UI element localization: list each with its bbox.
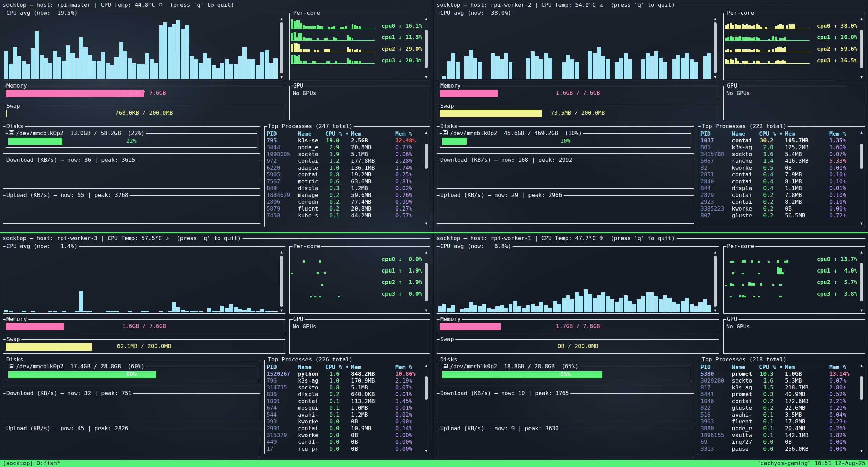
process-row[interactable]: 314735sockto0.85.1MB0.07% (267, 384, 422, 391)
process-row[interactable]: 795k3s-se19.02.5GB32.48% (267, 137, 422, 144)
scroll-down-icon[interactable]: ▼ (424, 309, 429, 313)
process-row[interactable]: 5905contai0.819.2MB0.25% (267, 171, 422, 178)
process-row[interactable]: 3385223kworke0.20B0.00% (700, 205, 857, 212)
scroll-down-icon[interactable]: ▼ (859, 309, 864, 313)
process-row[interactable]: 844displa0.41.1MB0.01% (700, 185, 857, 192)
core-scrollbar[interactable]: ▲▼ (859, 250, 864, 313)
scroll-up-icon[interactable]: ▲ (279, 250, 284, 254)
scroll-up-icon[interactable]: ▲ (713, 250, 718, 254)
process-row[interactable]: 822gluste0.222.6MB0.29% (700, 405, 857, 411)
core-scrollbar[interactable]: ▲▼ (424, 250, 429, 313)
proc-scrollbar[interactable]: ▲▼ (859, 364, 864, 453)
scroll-thumb[interactable] (280, 256, 283, 307)
scroll-thumb[interactable] (425, 144, 428, 169)
process-row[interactable]: 5441promet0.340.9MB0.52% (700, 391, 857, 398)
cpu-scrollbar[interactable]: ▲▼ (713, 17, 718, 79)
pane-rpi-master[interactable]: socktop — host: rpi-master | CPU Temp: 4… (0, 0, 433, 232)
scroll-thumb[interactable] (425, 376, 428, 400)
process-row[interactable]: 3880node_e0.120.4MB0.26% (700, 425, 857, 432)
process-row[interactable]: 1520267python1.6848.2MB10.86% (267, 371, 422, 377)
scroll-up-icon[interactable]: ▲ (424, 17, 429, 21)
process-row[interactable]: 7458kube-s0.144.2MB0.57% (267, 212, 422, 219)
scroll-thumb[interactable] (714, 256, 717, 307)
proc-scrollbar[interactable]: ▲▼ (859, 130, 864, 226)
cpu-scrollbar[interactable]: ▲▼ (279, 250, 284, 313)
scroll-down-icon[interactable]: ▼ (424, 449, 429, 453)
scroll-up-icon[interactable]: ▲ (859, 17, 864, 21)
process-row[interactable]: 1037contai30.2105.7MB1.35% (700, 137, 857, 144)
process-row[interactable]: 2806coredn0.277.4MB0.99% (267, 199, 422, 205)
pane-rpi-worker-2[interactable]: socktop — host: rpi-worker-2 | CPU Temp:… (434, 0, 868, 232)
process-row[interactable]: 393kworke0.00B0.00% (267, 418, 422, 425)
scroll-down-icon[interactable]: ▼ (279, 309, 284, 313)
scroll-up-icon[interactable]: ▲ (424, 250, 429, 254)
process-row[interactable]: 3415788sockto1.65.4MB0.07% (700, 151, 857, 158)
process-row[interactable]: 1998005sockto1.95.1MB0.06% (267, 151, 422, 158)
scroll-down-icon[interactable]: ▼ (713, 309, 718, 313)
process-row[interactable]: 6220adapte1.0136.1MB1.74% (267, 165, 422, 171)
process-row[interactable]: 17rcu_pr0.00B0.00% (267, 446, 422, 452)
core-scrollbar[interactable]: ▲▼ (424, 17, 429, 79)
process-row[interactable]: 972contai1.2177.8MB2.28% (267, 158, 422, 165)
process-row[interactable]: 315379kworke0.00B0.00% (267, 432, 422, 439)
scroll-up-icon[interactable]: ▲ (859, 250, 864, 254)
status-session-window[interactable]: [socktop] 0:fish* (3, 460, 60, 467)
process-row[interactable]: 5380promet10.31.0GB13.14% (700, 371, 857, 377)
process-row[interactable]: 7567metric0.663.6MB0.81% (267, 178, 422, 185)
process-row[interactable]: 449card1-0.00B0.00% (267, 439, 422, 446)
process-row[interactable]: 2879contai0.27.8MB0.10% (700, 192, 857, 199)
scroll-down-icon[interactable]: ▼ (279, 75, 284, 79)
process-row[interactable]: 82kworke0.50B0.00% (700, 165, 857, 171)
process-row[interactable]: 1046contai0.2172.6MB2.21% (700, 398, 857, 405)
process-row[interactable]: 516avahi-0.13.5MB0.04% (700, 411, 857, 418)
process-row[interactable]: 674mosqui0.11.0MB0.01% (267, 405, 422, 411)
process-row[interactable]: 3444node_e2.920.8MB0.27% (267, 144, 422, 151)
process-row[interactable]: 836displa0.2640.0KB0.01% (267, 391, 422, 398)
cpu-scrollbar[interactable]: ▲▼ (713, 250, 718, 313)
process-row[interactable]: 1884629manage0.259.6MB0.76% (267, 192, 422, 199)
scroll-down-icon[interactable]: ▼ (859, 75, 864, 79)
process-row[interactable]: 5879fluent0.220.8MB0.27% (267, 205, 422, 212)
scroll-down-icon[interactable]: ▼ (713, 75, 718, 79)
scroll-thumb[interactable] (860, 376, 863, 400)
scroll-thumb[interactable] (280, 22, 283, 73)
process-row[interactable]: 3029280sockto1.65.3MB0.07% (700, 377, 857, 384)
process-row[interactable]: 2923contai0.28.2MB0.10% (700, 199, 857, 205)
scroll-up-icon[interactable]: ▲ (424, 130, 429, 135)
scroll-thumb[interactable] (425, 263, 428, 301)
process-row[interactable]: 849displa0.31.2MB0.02% (267, 185, 422, 192)
scroll-down-icon[interactable]: ▼ (859, 222, 864, 226)
process-row[interactable]: 817k3s-ag1.5218.7MB2.80% (700, 384, 857, 391)
proc-scrollbar[interactable]: ▲▼ (424, 364, 429, 453)
process-row[interactable]: 1001contai0.1113.2MB1.45% (267, 398, 422, 405)
process-row[interactable]: 69irq/270.00B0.00% (700, 439, 857, 446)
process-row[interactable]: 5067ranche1.4416.3MB5.33% (700, 158, 857, 165)
scroll-down-icon[interactable]: ▼ (859, 449, 864, 453)
scroll-down-icon[interactable]: ▼ (424, 222, 429, 226)
process-row[interactable]: 544avahi-0.11.2MB0.02% (267, 411, 422, 418)
scroll-up-icon[interactable]: ▲ (713, 17, 718, 21)
scroll-thumb[interactable] (425, 30, 428, 68)
scroll-thumb[interactable] (860, 144, 863, 169)
scroll-down-icon[interactable]: ▼ (424, 75, 429, 79)
scroll-thumb[interactable] (860, 30, 863, 68)
proc-scrollbar[interactable]: ▲▼ (424, 130, 429, 226)
process-row[interactable]: 2991contai0.010.9MB0.14% (267, 425, 422, 432)
process-row[interactable]: 1896155vaultw0.1142.1MB1.82% (700, 432, 857, 439)
scroll-thumb[interactable] (860, 263, 863, 301)
scroll-up-icon[interactable]: ▲ (279, 17, 284, 21)
process-row[interactable]: 796k3s-ag1.0170.9MB2.19% (267, 377, 422, 384)
scroll-up-icon[interactable]: ▲ (859, 364, 864, 368)
process-row[interactable]: 2851contai0.47.9MB0.10% (700, 171, 857, 178)
process-row[interactable]: 807gluste0.256.5MB0.72% (700, 212, 857, 219)
pane-rpi-worker-1[interactable]: socktop — host: rpi-worker-1 | CPU Temp:… (434, 233, 868, 460)
core-scrollbar[interactable]: ▲▼ (859, 17, 864, 79)
cpu-scrollbar[interactable]: ▲▼ (279, 17, 284, 79)
process-row[interactable]: 3963fluent0.117.8MB0.23% (700, 418, 857, 425)
scroll-thumb[interactable] (714, 22, 717, 73)
scroll-up-icon[interactable]: ▲ (424, 364, 429, 368)
scroll-up-icon[interactable]: ▲ (859, 130, 864, 135)
process-row[interactable]: 2840contai0.48.1MB0.10% (700, 178, 857, 185)
process-row[interactable]: 801k3s-ag2.0125.2MB1.60% (700, 144, 857, 151)
process-row[interactable]: 3313pause0.0256.0KB0.00% (700, 446, 857, 452)
